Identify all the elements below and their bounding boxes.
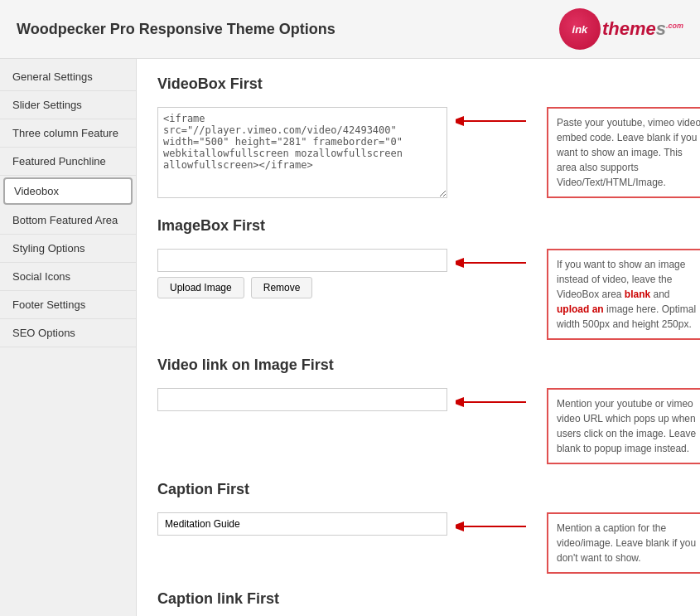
sidebar-item-videobox[interactable]: Videobox [3,177,133,205]
arrow-area-1 [456,249,538,278]
caption-tooltip: Mention a caption for the video/image. L… [547,512,700,574]
videobox-textarea-area: <iframe src="//player.vimeo.com/video/42… [157,107,447,201]
caption-input-area [157,512,447,536]
caption-link-section: Caption link First Mention the link for … [157,590,679,616]
video-link-tooltip: Mention your youtube or vimeo video URL … [547,388,700,464]
videobox-first-row: <iframe src="//player.vimeo.com/video/42… [157,107,679,201]
caption-input[interactable] [157,512,447,536]
video-link-section: Video link on Image First Mention your y… [157,357,679,464]
sidebar: General Settings Slider Settings Three c… [0,59,137,616]
caption-link-title: Caption link First [157,590,679,612]
logo: ink themes.com [559,8,683,50]
imagebox-button-row: Upload Image Remove [157,277,447,298]
main-layout: General Settings Slider Settings Three c… [0,59,700,616]
arrow-area-3 [456,512,538,541]
sidebar-item-styling-options[interactable]: Styling Options [0,235,136,263]
imagebox-tooltip: If you want to show an image instead of … [547,249,700,340]
videobox-first-section: VideoBox First <iframe src="//player.vim… [157,75,679,201]
sidebar-item-social-icons[interactable]: Social Icons [0,263,136,291]
upload-image-button[interactable]: Upload Image [157,277,244,298]
sidebar-item-bottom-featured[interactable]: Bottom Featured Area [0,206,136,235]
video-link-title: Video link on Image First [157,357,679,378]
arrow-area-0 [456,107,538,136]
sidebar-item-three-column[interactable]: Three column Feature [0,119,136,148]
imagebox-first-title: ImageBox First [157,217,679,239]
header: Woodpecker Pro Responsive Theme Options … [0,0,700,59]
arrow-icon-0 [456,107,538,136]
arrow-icon-1 [456,249,538,278]
imagebox-input[interactable] [157,249,447,272]
sidebar-item-footer-settings[interactable]: Footer Settings [0,291,136,319]
sidebar-item-slider-settings[interactable]: Slider Settings [0,91,136,119]
videobox-tooltip: Paste your youtube, vimeo video embed co… [547,107,700,198]
logo-icon: ink [559,8,601,50]
video-link-row: Mention your youtube or vimeo video URL … [157,388,679,464]
content-area: VideoBox First <iframe src="//player.vim… [137,59,700,616]
remove-image-button[interactable]: Remove [251,277,313,298]
imagebox-input-area: Upload Image Remove [157,249,447,298]
caption-first-section: Caption First Mention a caption for the … [157,481,679,574]
sidebar-item-seo-options[interactable]: SEO Options [0,319,136,347]
videobox-first-title: VideoBox First [157,75,679,97]
imagebox-first-section: ImageBox First Upload Image Remove [157,217,679,340]
caption-first-title: Caption First [157,481,679,502]
logo-text: themes.com [602,18,683,40]
video-link-input[interactable] [157,388,447,411]
caption-first-row: Mention a caption for the video/image. L… [157,512,679,574]
arrow-icon-2 [456,388,538,417]
video-link-input-area [157,388,447,411]
page-title: Woodpecker Pro Responsive Theme Options [17,21,336,38]
arrow-area-2 [456,388,538,417]
imagebox-first-row: Upload Image Remove If you want to show … [157,249,679,340]
videobox-textarea[interactable]: <iframe src="//player.vimeo.com/video/42… [157,107,447,198]
sidebar-item-general-settings[interactable]: General Settings [0,63,136,91]
arrow-icon-3 [456,512,538,541]
sidebar-item-featured-punchline[interactable]: Featured Punchline [0,148,136,176]
